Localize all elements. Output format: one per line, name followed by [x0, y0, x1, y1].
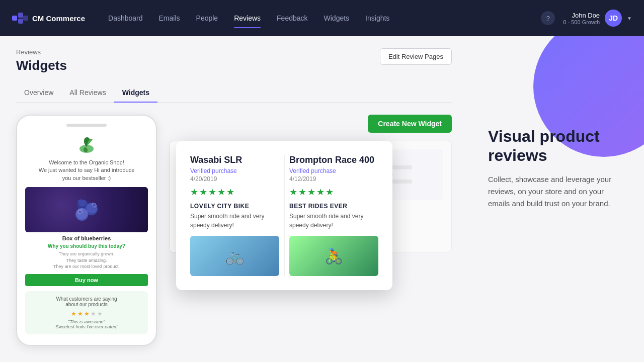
sidebar-title: Visual product reviews	[488, 127, 624, 165]
phone-notch	[66, 124, 107, 127]
widget-actions: ✏ Design Get w...	[178, 231, 298, 244]
nav-reviews[interactable]: Reviews	[227, 10, 268, 26]
nav-right: ? John Doe 0 - 500 Growth JD ▼	[541, 10, 632, 27]
user-menu[interactable]: John Doe 0 - 500 Growth JD ▼	[563, 10, 632, 27]
brand-name: CM Commerce	[32, 14, 85, 23]
preview-lines-2	[335, 165, 431, 184]
phone-why-buy: Why you should buy this today?	[25, 243, 148, 249]
nav-dashboard[interactable]: Dashboard	[101, 10, 150, 26]
tab-overview[interactable]: Overview	[16, 83, 61, 103]
phone-welcome-text: Welcome to the Organic Shop!We just want…	[25, 159, 148, 182]
star-2-icon: ★	[77, 310, 83, 317]
tabs: Overview All Reviews Widgets	[16, 83, 452, 103]
svg-rect-3	[23, 16, 28, 21]
sidebar-body: Collect, showcase and leverage your revi…	[488, 173, 624, 210]
brand[interactable]: CM Commerce	[12, 13, 85, 24]
phone-buy-button[interactable]: Buy now	[25, 274, 148, 286]
phone-rating-stars: ★ ★ ★ ★ ★	[30, 310, 143, 317]
phone-review-sub: Sweetest fruits I've ever eaten!	[30, 324, 143, 329]
preview-line-4	[335, 165, 412, 169]
phone-logo	[25, 135, 148, 155]
blueberry-image	[25, 187, 148, 232]
breadcrumb: Reviews	[16, 48, 67, 56]
right-panel: Create New Widget	[169, 115, 452, 346]
preview-lines	[211, 165, 292, 184]
nav-widgets[interactable]: Widgets	[317, 10, 357, 26]
svg-rect-1	[18, 13, 23, 18]
preview-line-2	[211, 172, 260, 176]
preview-line-1	[211, 165, 276, 169]
edit-review-pages-button[interactable]: Edit Review Pages	[380, 48, 452, 65]
phone-product-name: Box of blueberries	[25, 235, 148, 241]
svg-rect-2	[18, 19, 23, 24]
preview-line-5	[335, 172, 393, 176]
phone-desc: They are organically grown.They taste am…	[25, 251, 148, 270]
tab-all-reviews[interactable]: All Reviews	[61, 83, 114, 103]
phone-review-quote: "This is awesome"	[30, 319, 143, 324]
nav-insights[interactable]: Insights	[358, 10, 396, 26]
get-widget-button[interactable]: Get w...	[219, 231, 240, 244]
second-widget-card	[314, 141, 452, 252]
preview-image-placeholder	[184, 164, 203, 185]
right-panel-sidebar: Visual product reviews Collect, showcase…	[468, 36, 644, 362]
star-5-icon: ★	[97, 310, 103, 317]
impressions-label: Impressions:	[178, 217, 212, 224]
widget-area: Welcome to the Organic Shop!We just want…	[16, 115, 452, 346]
pencil-icon: ✏	[184, 234, 189, 241]
design-button[interactable]: ✏ Design	[178, 231, 215, 244]
avatar: JD	[605, 10, 622, 27]
star-3-icon: ★	[84, 310, 90, 317]
help-icon[interactable]: ?	[541, 11, 555, 25]
navbar: CM Commerce Dashboard Emails People Revi…	[0, 0, 644, 36]
phone-mockup: Welcome to the Organic Shop!We just want…	[16, 115, 157, 346]
main-content: Reviews Widgets Edit Review Pages Overvi…	[0, 36, 468, 362]
preview-line-6	[335, 179, 412, 184]
chevron-down-icon: ▼	[627, 16, 632, 21]
recent-reviews-widget-card: Recent reviews Impressions: 0 ✏ Design G…	[169, 141, 306, 252]
page-header: Reviews Widgets Edit Review Pages	[16, 48, 452, 83]
widget-cards: Recent reviews Impressions: 0 ✏ Design G…	[169, 141, 452, 252]
widget-card-preview	[178, 149, 298, 200]
user-text: John Doe 0 - 500 Growth	[563, 12, 600, 25]
recent-reviews-label: Recent reviews	[178, 206, 298, 214]
star-4-icon: ★	[91, 310, 96, 317]
nav-links: Dashboard Emails People Reviews Feedback…	[101, 10, 541, 26]
nav-people[interactable]: People	[189, 10, 225, 26]
phone-product-image	[25, 187, 148, 232]
impressions-count: 0	[216, 216, 227, 225]
page-header-left: Reviews Widgets	[16, 48, 67, 83]
user-name: John Doe	[563, 12, 600, 19]
brand-logo-icon	[12, 13, 28, 24]
nav-feedback[interactable]: Feedback	[270, 10, 314, 26]
tab-widgets[interactable]: Widgets	[114, 83, 157, 103]
preview-line-3	[211, 179, 276, 184]
nav-emails[interactable]: Emails	[152, 10, 187, 26]
phone-reviews-title: What customers are sayingabout our produ…	[30, 296, 143, 307]
user-plan: 0 - 500 Growth	[563, 19, 600, 25]
organic-shop-logo-icon	[76, 135, 97, 153]
page-title: Widgets	[16, 58, 67, 73]
create-widget-row: Create New Widget	[169, 115, 452, 133]
phone-reviews-section: What customers are sayingabout our produ…	[25, 291, 148, 334]
star-1-icon: ★	[71, 310, 76, 317]
widget-card-2-preview	[323, 149, 443, 200]
svg-rect-0	[12, 16, 17, 21]
impressions-row: Impressions: 0	[178, 216, 298, 225]
create-new-widget-button[interactable]: Create New Widget	[368, 115, 452, 133]
